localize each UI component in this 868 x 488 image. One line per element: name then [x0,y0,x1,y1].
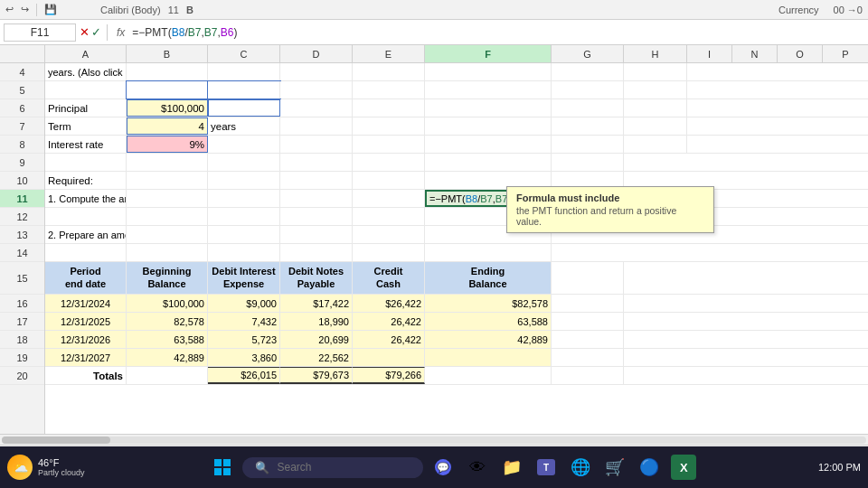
cell-B20[interactable] [127,367,208,384]
taskbar-icon-files[interactable]: 📁 [497,453,526,482]
formula-input[interactable]: =−PMT(B8/B7,B7,B6) [132,26,864,39]
col-F[interactable]: F [425,45,552,62]
cell-D16[interactable]: $17,422 [280,295,353,312]
taskbar-icon-chat[interactable]: 💬 [429,453,458,482]
col-E[interactable]: E [353,45,425,62]
cell-A10[interactable]: Required: [45,172,127,189]
cell-E17[interactable]: 26,422 [353,313,425,330]
windows-button[interactable] [208,453,237,482]
cell-D19[interactable]: 22,562 [280,349,353,366]
cell-G4[interactable] [552,63,624,80]
cell-F16[interactable]: $82,578 [425,295,552,312]
cell-D20[interactable]: $79,673 [280,367,353,384]
cell-B8[interactable]: 9% [127,136,208,153]
h-scrollbar[interactable] [0,434,868,445]
cell-E4[interactable] [353,63,425,80]
formula-confirm-btn[interactable]: ✓ [91,25,101,39]
col-O[interactable]: O [778,45,823,62]
cell-E16[interactable]: $26,422 [353,295,425,312]
rownum-10: 10 [0,172,44,190]
taskbar-icon-edge[interactable]: 🌐 [566,453,595,482]
row-numbers: 4 5 6 7 8 9 10 11 12 13 14 15 16 17 18 1… [0,63,45,434]
rownum-14: 14 [0,244,44,262]
tooltip-body: the PMT function and return a positive v… [516,205,704,227]
col-P[interactable]: P [823,45,868,62]
cell-B7[interactable]: 4 [127,117,208,135]
cell-C6[interactable] [208,99,280,117]
cell-A4[interactable]: years. (Also click on the Part 3 and Cha… [45,63,127,80]
cell-A17[interactable]: 12/31/2025 [45,313,127,330]
cell-F17[interactable]: 63,588 [425,313,552,330]
cell-D18[interactable]: 20,699 [280,331,353,348]
cell-C16[interactable]: $9,000 [208,295,280,312]
cell-ref-box[interactable]: F11 [4,23,76,42]
search-bar[interactable]: 🔍 [242,457,423,478]
rownum-11: 11 [0,190,44,208]
taskbar-icon-chrome[interactable]: 🔵 [635,453,664,482]
cell-F4[interactable] [425,63,552,80]
cell-A11[interactable]: 1. Compute the amount of each of the fou… [45,190,127,207]
cell-A8[interactable]: Interest rate [45,136,127,153]
col-D[interactable]: D [280,45,353,62]
taskbar-icon-excel[interactable]: X [669,453,698,482]
grid: years. (Also click on the Part 3 and Cha… [45,63,868,434]
taskbar: ⛅ 46°F Partly cloudy 🔍 [0,446,868,488]
cell-E15: CreditCash [353,262,425,294]
cell-E19[interactable] [353,349,425,366]
col-N[interactable]: N [732,45,778,62]
row-7: Term 4 years [45,117,868,136]
toolbar-font: Calibri (Body) [100,5,161,15]
col-I[interactable]: I [687,45,732,62]
cell-C18[interactable]: 5,723 [208,331,280,348]
rownum-8: 8 [0,136,44,154]
cell-A19[interactable]: 12/31/2027 [45,349,127,366]
save-icon[interactable]: 💾 [44,4,57,15]
cell-B18[interactable]: 63,588 [127,331,208,348]
cell-C20[interactable]: $26,015 [208,367,280,384]
col-H[interactable]: H [624,45,687,62]
cell-E18[interactable]: 26,422 [353,331,425,348]
cell-B17[interactable]: 82,578 [127,313,208,330]
cell-B6[interactable]: $100,000 [127,99,208,117]
search-input[interactable] [277,461,403,474]
cell-A6[interactable]: Principal [45,99,127,117]
cell-A13[interactable]: 2. Prepare an amortization table for thi… [45,226,127,243]
cell-C7[interactable]: years [208,117,280,135]
formula-cancel-btn[interactable]: ✕ [80,25,90,39]
cell-F19[interactable] [425,349,552,366]
toolbar-bold[interactable]: B [186,5,193,15]
col-C[interactable]: C [208,45,280,62]
taskbar-icon-teams[interactable]: T [532,453,561,482]
svg-text:💬: 💬 [437,461,449,474]
cell-D17[interactable]: 18,990 [280,313,353,330]
cell-A7[interactable]: Term [45,117,127,135]
cell-F18[interactable]: 42,889 [425,331,552,348]
cell-C4[interactable] [208,63,280,80]
cell-A16[interactable]: 12/31/2024 [45,295,127,312]
cell-H4[interactable] [624,63,687,80]
taskbar-icon-eyeball[interactable]: 👁 [463,453,492,482]
row-12 [45,208,868,226]
taskbar-icon-store[interactable]: 🛒 [600,453,629,482]
cell-C19[interactable]: 3,860 [208,349,280,366]
cell-I4[interactable] [687,63,732,80]
col-B[interactable]: B [127,45,208,62]
undo-icon[interactable]: ↩ [5,4,14,15]
cell-F20[interactable] [425,367,552,384]
row-10: Required: [45,172,868,190]
cell-B16[interactable]: $100,000 [127,295,208,312]
redo-icon[interactable]: ↪ [21,4,29,15]
cell-B19[interactable]: 42,889 [127,349,208,366]
cell-B4[interactable] [127,63,208,80]
svg-rect-3 [223,468,231,475]
col-headers-row: A B C D E F G H I N O P [0,45,868,63]
col-G[interactable]: G [552,45,624,62]
col-A[interactable]: A [45,45,127,62]
cell-A18[interactable]: 12/31/2026 [45,331,127,348]
cell-C17[interactable]: 7,432 [208,313,280,330]
top-toolbar: ↩ ↪ 💾 Calibri (Body) 11 B Currency 00 →0 [0,0,868,20]
cell-D4[interactable] [280,63,353,80]
cell-E20[interactable]: $79,266 [353,367,425,384]
weather-temp: 46°F [38,457,85,468]
cell-A20[interactable]: Totals [45,367,127,384]
